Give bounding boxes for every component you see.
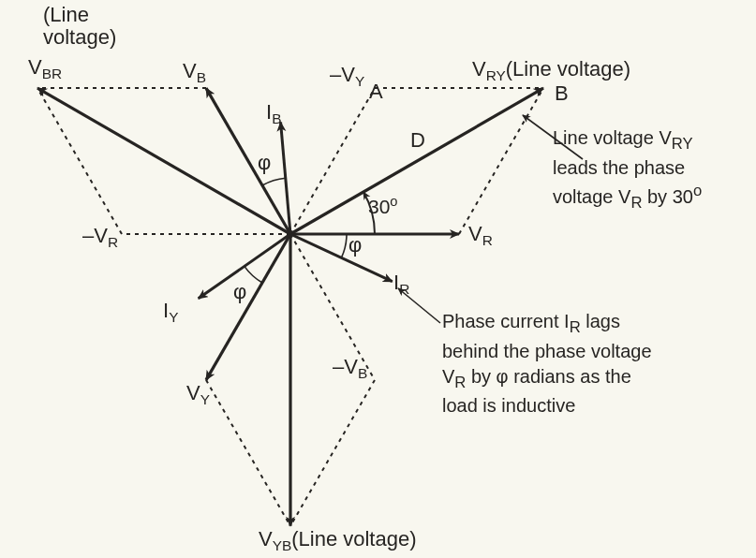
neg-vy-vector [290, 88, 375, 234]
vy-label: VY [186, 382, 210, 408]
annotation-ir-note: Phase current IR lagsbehind the phase vo… [442, 309, 652, 418]
phi-right-label: φ [348, 234, 362, 257]
angle-30-label: 30o [368, 194, 398, 217]
point-d-label: D [410, 129, 425, 152]
iy-label: IY [163, 300, 178, 326]
construction-vy-vyb [206, 380, 290, 526]
construction-nvr-vbr [37, 88, 122, 234]
vbr-line-voltage-note: (Linevoltage) [43, 4, 116, 49]
vr-label: VR [468, 223, 493, 249]
point-a-label: A [369, 81, 383, 103]
neg-vr-label: –VR [82, 225, 118, 251]
phi-left-label: φ [233, 281, 246, 303]
vbr-vector [37, 88, 290, 234]
construction-vr-vry [459, 88, 543, 234]
ib-label: IB [266, 101, 281, 127]
angle-phi-b-arc [262, 178, 286, 185]
point-b-label: B [555, 82, 569, 105]
neg-vb-label: –VB [333, 356, 367, 382]
vyb-label: VYB(Line voltage) [259, 528, 417, 554]
vb-label: VB [183, 60, 206, 86]
neg-vy-label: –VY [330, 64, 364, 90]
ir-label: IR [393, 272, 409, 298]
vry-label: VRY(Line voltage) [472, 58, 630, 84]
vry-vector [290, 88, 543, 234]
annotation-vry-note: Line voltage VRYleads the phasevoltage V… [553, 125, 702, 213]
angle-phi-r-arc [341, 234, 347, 257]
vbr-label: VBR [28, 56, 62, 82]
construction-nvb-vyb [290, 380, 375, 526]
angle-phi-y-arc [245, 266, 262, 283]
phi-top-label: φ [258, 152, 271, 174]
vy-vector [206, 234, 290, 380]
